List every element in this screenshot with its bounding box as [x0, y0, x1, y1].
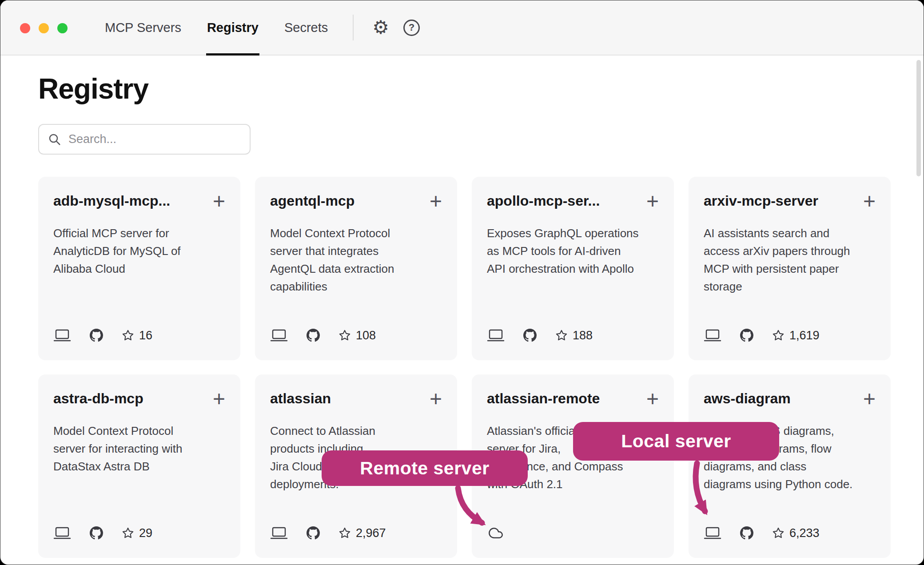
- page-title: Registry: [38, 72, 924, 105]
- star-icon: [772, 527, 785, 539]
- help-button[interactable]: ?: [403, 20, 420, 36]
- star-count-value: 1,619: [789, 329, 820, 342]
- star-count: 6,233: [772, 526, 820, 540]
- close-window-button[interactable]: [20, 23, 30, 33]
- star-icon: [339, 329, 351, 342]
- tab-secrets[interactable]: Secrets: [284, 0, 328, 55]
- add-server-button[interactable]: +: [646, 194, 659, 208]
- server-description: Official MCP server for AnalyticDB for M…: [53, 224, 225, 278]
- zoom-window-button[interactable]: [57, 23, 68, 33]
- star-count-value: 6,233: [789, 526, 820, 540]
- server-card-aws-diagram: aws-diagram + Generate AWS diagrams, seq…: [689, 374, 891, 558]
- star-icon: [122, 329, 134, 342]
- settings-gear-icon[interactable]: ⚙: [372, 18, 389, 37]
- server-card-apollo: apollo-mcp-ser... + Exposes GraphQL oper…: [472, 177, 674, 360]
- search-box: [38, 124, 251, 155]
- laptop-icon: [487, 328, 505, 342]
- registry-page: Registry adb-mysql-mcp... + Official MCP…: [0, 56, 924, 558]
- github-icon: [90, 329, 103, 342]
- github-icon: [740, 526, 753, 540]
- tab-registry[interactable]: Registry: [207, 0, 259, 55]
- search-input[interactable]: [68, 132, 241, 146]
- server-description: Atlassian's official server for Jira, Co…: [487, 422, 659, 493]
- card-footer: 108: [270, 328, 376, 342]
- server-card-atlassian: atlassian + Connect to Atlassian product…: [255, 374, 457, 558]
- server-card-atlassian-remote: atlassian-remote + Atlassian's official …: [472, 374, 674, 558]
- star-count: 1,619: [772, 329, 820, 342]
- server-description: Model Context Protocol server that integ…: [270, 224, 442, 295]
- laptop-icon: [270, 526, 288, 540]
- main-nav: MCP Servers Registry Secrets: [105, 0, 328, 55]
- server-card-adb-mysql: adb-mysql-mcp... + Official MCP server f…: [38, 177, 240, 360]
- window-controls: [20, 23, 68, 33]
- github-icon: [90, 526, 103, 540]
- star-count: 108: [339, 329, 376, 342]
- server-card-grid: adb-mysql-mcp... + Official MCP server f…: [38, 177, 891, 558]
- card-footer: 1,619: [704, 328, 820, 342]
- server-description: Connect to Atlassian products including …: [270, 422, 442, 493]
- server-name: atlassian: [270, 390, 331, 407]
- laptop-icon: [270, 328, 288, 342]
- laptop-icon: [704, 526, 721, 540]
- add-server-button[interactable]: +: [863, 194, 876, 208]
- github-icon: [740, 329, 753, 342]
- star-icon: [555, 329, 568, 342]
- star-count-value: 29: [139, 526, 152, 540]
- card-footer: [487, 526, 505, 540]
- add-server-button[interactable]: +: [213, 194, 225, 208]
- add-server-button[interactable]: +: [213, 392, 225, 406]
- github-icon: [307, 526, 320, 540]
- help-icon: ?: [403, 20, 420, 36]
- scrollbar-thumb[interactable]: [916, 60, 921, 176]
- server-description: Model Context Protocol server for intera…: [53, 422, 225, 475]
- add-server-button[interactable]: +: [646, 392, 659, 406]
- laptop-icon: [704, 328, 721, 342]
- star-count: 188: [555, 329, 593, 342]
- server-card-astra-db: astra-db-mcp + Model Context Protocol se…: [38, 374, 240, 558]
- star-count-value: 2,967: [356, 526, 386, 540]
- github-icon: [523, 329, 537, 342]
- card-footer: 16: [53, 328, 152, 342]
- server-card-agentql: agentql-mcp + Model Context Protocol ser…: [255, 177, 457, 360]
- add-server-button[interactable]: +: [863, 392, 876, 406]
- card-footer: 2,967: [270, 526, 386, 540]
- server-description: AI assistants search and access arXiv pa…: [704, 224, 876, 295]
- add-server-button[interactable]: +: [430, 194, 442, 208]
- title-bar: MCP Servers Registry Secrets ⚙ ?: [0, 0, 924, 56]
- star-count-value: 16: [139, 329, 152, 342]
- server-name: arxiv-mcp-server: [704, 193, 818, 209]
- github-icon: [307, 329, 320, 342]
- server-description: Generate AWS diagrams, sequence diagrams…: [704, 422, 876, 493]
- server-name: apollo-mcp-ser...: [487, 193, 600, 209]
- star-icon: [339, 527, 351, 539]
- card-footer: 6,233: [704, 526, 820, 540]
- card-footer: 188: [487, 328, 593, 342]
- add-server-button[interactable]: +: [430, 392, 442, 406]
- star-count-value: 188: [573, 329, 593, 342]
- star-icon: [122, 527, 134, 539]
- search-icon: [48, 133, 61, 146]
- server-name: atlassian-remote: [487, 390, 600, 407]
- laptop-icon: [53, 526, 71, 540]
- star-count: 2,967: [339, 526, 386, 540]
- tab-mcp-servers[interactable]: MCP Servers: [105, 0, 181, 55]
- cloud-icon: [487, 526, 505, 540]
- server-name: agentql-mcp: [270, 193, 354, 209]
- star-count-value: 108: [356, 329, 376, 342]
- server-description: Exposes GraphQL operations as MCP tools …: [487, 224, 659, 278]
- server-name: adb-mysql-mcp...: [53, 193, 170, 209]
- star-count: 16: [122, 329, 152, 342]
- toolbar-actions: ⚙ ?: [372, 0, 420, 55]
- laptop-icon: [53, 328, 71, 342]
- toolbar-divider: [353, 15, 354, 40]
- star-count: 29: [122, 526, 152, 540]
- server-name: astra-db-mcp: [53, 390, 143, 407]
- star-icon: [772, 329, 785, 342]
- app-window: MCP Servers Registry Secrets ⚙ ? Registr…: [0, 0, 924, 565]
- server-card-arxiv: arxiv-mcp-server + AI assistants search …: [689, 177, 891, 360]
- server-name: aws-diagram: [704, 390, 791, 407]
- card-footer: 29: [53, 526, 152, 540]
- minimize-window-button[interactable]: [39, 23, 49, 33]
